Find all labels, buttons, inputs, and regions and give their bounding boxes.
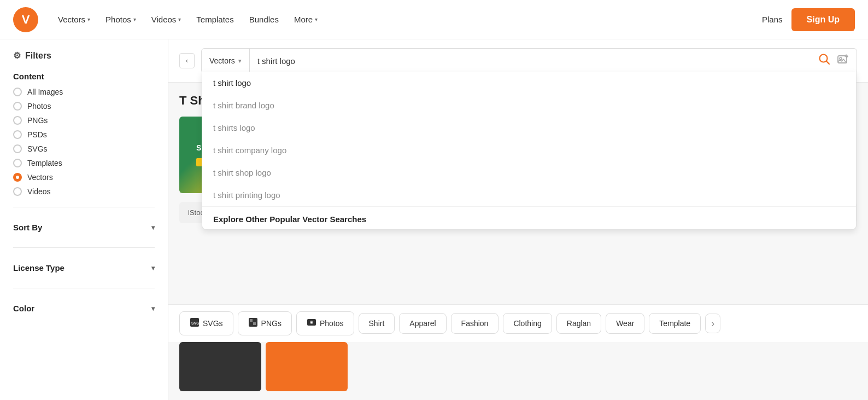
autocomplete-primary[interactable]: t shirt logo <box>202 72 856 94</box>
autocomplete-suggestion-2[interactable]: t shirt company logo <box>202 139 856 161</box>
filter-pngs[interactable]: PNGs <box>13 116 155 125</box>
sidebar: ⚙ Filters Content All Images Photos PNGs… <box>0 39 168 400</box>
content-area: ‹ Vectors ▾ <box>168 39 868 400</box>
autocomplete-suggestion-1[interactable]: t shirts logo <box>202 117 856 139</box>
chevron-down-icon: ▾ <box>315 16 318 22</box>
autocomplete-suggestion-4[interactable]: t shirt printing logo <box>202 184 856 206</box>
plans-link[interactable]: Plans <box>762 15 783 24</box>
header-right: Plans Sign Up <box>762 8 855 31</box>
pill-clothing[interactable]: Clothing <box>503 313 552 334</box>
svg-rect-10 <box>253 322 256 325</box>
nav-photos[interactable]: Photos ▾ <box>99 10 143 28</box>
pill-wear[interactable]: Wear <box>606 313 644 334</box>
sidebar-divider-2 <box>13 247 155 248</box>
bottom-thumbnail-1[interactable] <box>179 342 261 391</box>
sidebar-divider-3 <box>13 288 155 288</box>
chevron-down-icon: ▾ <box>178 16 181 22</box>
bottom-thumbnails-row <box>168 342 868 400</box>
header: V Vectors ▾ Photos ▾ Videos ▾ Templates … <box>0 0 868 39</box>
color-section[interactable]: Color ▾ <box>13 297 155 320</box>
filters-label: Filters <box>25 51 51 61</box>
search-type-dropdown[interactable]: Vectors ▾ <box>202 49 250 73</box>
pill-pngs-label: PNGs <box>261 319 281 328</box>
sort-by-section[interactable]: Sort By ▾ <box>13 216 155 239</box>
filter-vectors[interactable]: Vectors <box>13 173 155 182</box>
filter-all-images[interactable]: All Images <box>13 88 155 96</box>
chevron-down-icon: ▾ <box>151 264 155 272</box>
pill-photos[interactable]: Photos <box>296 311 354 335</box>
chevron-down-icon: ▾ <box>87 16 90 22</box>
filter-videos[interactable]: Videos <box>13 187 155 196</box>
autocomplete-section-header: Explore Other Popular Vector Searches <box>202 206 856 229</box>
chevron-down-icon: ▾ <box>151 305 155 312</box>
radio-videos <box>13 187 22 196</box>
pill-photos-label: Photos <box>320 319 344 328</box>
svg-rect-8 <box>253 319 256 322</box>
pill-fashion-label: Fashion <box>461 319 489 328</box>
autocomplete-suggestion-0[interactable]: t shirt brand logo <box>202 94 856 117</box>
radio-templates <box>13 159 22 167</box>
autocomplete-dropdown: t shirt logo t shirt brand logo t shirts… <box>202 72 857 230</box>
filter-psds[interactable]: PSDs <box>13 130 155 139</box>
pill-svgs[interactable]: SVG SVGs <box>179 311 233 335</box>
filter-svgs[interactable]: SVGs <box>13 144 155 153</box>
logo[interactable]: V <box>13 7 38 32</box>
pill-raglan[interactable]: Raglan <box>556 313 601 334</box>
collapse-sidebar-button[interactable]: ‹ <box>179 53 195 68</box>
sidebar-divider-1 <box>13 207 155 207</box>
pill-raglan-label: Raglan <box>567 319 591 328</box>
pngs-icon <box>248 317 258 329</box>
content-filter-group: All Images Photos PNGs PSDs SVGs Templat… <box>13 88 155 196</box>
nav-vectors[interactable]: Vectors ▾ <box>51 10 97 28</box>
photos-icon <box>307 317 316 329</box>
chevron-down-icon: ▾ <box>151 224 155 231</box>
radio-vectors <box>13 173 22 182</box>
radio-pngs <box>13 116 22 125</box>
autocomplete-suggestion-3[interactable]: t shirt shop logo <box>202 161 856 184</box>
nav-bundles[interactable]: Bundles <box>243 10 285 28</box>
radio-all-images <box>13 88 22 96</box>
svg-rect-7 <box>250 319 253 322</box>
search-bar-container: ‹ Vectors ▾ <box>168 39 868 83</box>
bottom-thumbnail-2[interactable] <box>266 342 348 391</box>
chevron-down-icon: ▾ <box>133 16 136 22</box>
image-search-button[interactable] <box>837 54 849 68</box>
signup-button[interactable]: Sign Up <box>791 8 855 31</box>
nav-templates[interactable]: Templates <box>190 10 240 28</box>
pill-shirt-label: Shirt <box>369 319 385 328</box>
pill-apparel-label: Apparel <box>409 319 436 328</box>
pill-pngs[interactable]: PNGs <box>238 311 292 335</box>
search-icons <box>811 53 857 68</box>
pill-wear-label: Wear <box>616 319 634 328</box>
svg-text:SVG: SVG <box>191 321 200 325</box>
pill-template-label: Template <box>659 319 690 328</box>
nav-videos[interactable]: Videos ▾ <box>145 10 188 28</box>
category-pills: SVG SVGs PNGs Photos Shirt Apparel <box>168 304 868 342</box>
svg-point-13 <box>310 322 312 323</box>
content-section-title: Content <box>13 72 155 81</box>
main-layout: ⚙ Filters Content All Images Photos PNGs… <box>0 39 868 400</box>
svg-line-1 <box>826 61 829 64</box>
pill-clothing-label: Clothing <box>513 319 541 328</box>
filter-templates[interactable]: Templates <box>13 159 155 167</box>
search-input[interactable] <box>250 49 811 73</box>
radio-svgs <box>13 144 22 153</box>
filters-header: ⚙ Filters <box>13 50 155 61</box>
license-type-section[interactable]: License Type ▾ <box>13 257 155 279</box>
main-nav: Vectors ▾ Photos ▾ Videos ▾ Templates Bu… <box>51 10 762 28</box>
pill-fashion[interactable]: Fashion <box>451 313 499 334</box>
pills-more-button[interactable]: › <box>705 314 720 333</box>
chevron-down-icon: ▾ <box>238 57 242 65</box>
pill-template[interactable]: Template <box>649 313 701 334</box>
filter-photos[interactable]: Photos <box>13 102 155 111</box>
search-button[interactable] <box>818 53 830 68</box>
svgs-icon: SVG <box>190 317 200 329</box>
svg-rect-9 <box>250 322 253 325</box>
search-wrapper: Vectors ▾ <box>201 48 857 73</box>
search-type-label: Vectors <box>209 56 235 65</box>
radio-photos <box>13 102 22 111</box>
nav-more[interactable]: More ▾ <box>288 10 324 28</box>
pill-shirt[interactable]: Shirt <box>359 313 395 334</box>
radio-psds <box>13 130 22 139</box>
pill-apparel[interactable]: Apparel <box>399 313 446 334</box>
